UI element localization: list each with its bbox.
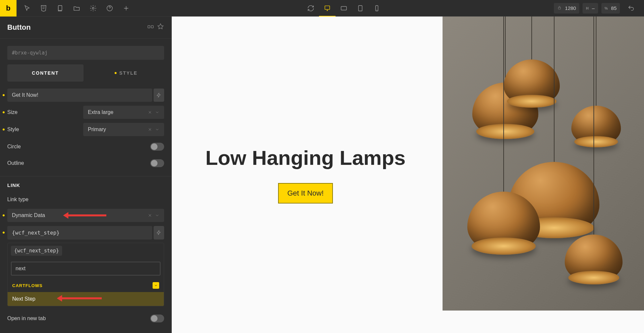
annotation-arrow xyxy=(65,214,106,216)
tablet-landscape-icon[interactable] xyxy=(336,0,352,17)
undo-icon[interactable] xyxy=(623,0,639,17)
height-label: H xyxy=(586,6,589,10)
chevron-down-icon xyxy=(155,213,160,218)
settings-icon[interactable] xyxy=(85,0,101,17)
css-icon[interactable] xyxy=(36,0,52,17)
tab-content[interactable]: CONTENT xyxy=(7,64,84,82)
svg-rect-3 xyxy=(325,6,330,9)
zoom-label: % xyxy=(605,6,608,10)
outline-label: Outline xyxy=(7,160,24,166)
dropdown-item-next-step[interactable]: Next Step xyxy=(8,292,164,306)
dynamic-data-dropdown: {wcf_next_step} CARTFLOWS Next Step xyxy=(7,243,164,306)
svg-rect-8 xyxy=(148,25,150,28)
top-toolbar: b 1280 H – % 85 xyxy=(0,0,644,17)
mobile-device-icon[interactable] xyxy=(369,0,385,17)
open-new-tab-toggle[interactable] xyxy=(150,314,164,322)
canvas-button[interactable]: Get It Now! xyxy=(278,183,333,204)
dropdown-search-input[interactable] xyxy=(11,262,161,276)
svg-rect-9 xyxy=(151,25,153,28)
annotation-arrow xyxy=(59,297,102,299)
dynamic-data-icon[interactable] xyxy=(154,89,164,102)
style-select[interactable]: Primary xyxy=(83,123,164,136)
svg-rect-4 xyxy=(341,6,347,10)
clear-icon xyxy=(148,127,152,132)
pin-icon[interactable] xyxy=(157,23,164,32)
width-field[interactable]: 1280 xyxy=(554,3,579,14)
height-field[interactable]: H – xyxy=(583,3,598,14)
pages-icon[interactable] xyxy=(52,0,68,17)
folder-icon[interactable] xyxy=(69,0,85,17)
outline-toggle[interactable] xyxy=(150,159,164,167)
width-value: 1280 xyxy=(565,5,576,11)
lamp-image xyxy=(443,17,644,311)
circle-label: Circle xyxy=(7,144,21,150)
chevron-down-icon xyxy=(153,282,159,289)
open-new-tab-label: Open in new tab xyxy=(7,315,46,321)
desktop-device-icon[interactable] xyxy=(319,0,336,17)
dynamic-tag[interactable]: {wcf_next_step} xyxy=(11,246,62,256)
element-sidebar: Button #brxe-qywlaj CONTENT STYLE xyxy=(0,17,172,333)
chevron-down-icon xyxy=(155,110,160,115)
circle-toggle[interactable] xyxy=(150,143,164,151)
svg-rect-0 xyxy=(58,5,62,10)
canvas[interactable]: Low Hanging Lamps Get It Now! xyxy=(172,17,644,333)
clear-icon xyxy=(148,213,152,218)
clear-icon xyxy=(148,110,152,115)
button-text-input[interactable] xyxy=(7,89,152,102)
tab-style[interactable]: STYLE xyxy=(88,64,164,82)
add-icon[interactable] xyxy=(118,0,134,17)
chevron-down-icon xyxy=(155,127,160,132)
pointer-icon[interactable] xyxy=(19,0,35,17)
zoom-field[interactable]: % 85 xyxy=(601,3,620,14)
svg-point-1 xyxy=(92,7,94,9)
lock-icon xyxy=(557,5,562,11)
canvas-heading[interactable]: Low Hanging Lamps xyxy=(205,146,406,169)
svg-rect-7 xyxy=(558,7,560,9)
dropdown-group-header[interactable]: CARTFLOWS xyxy=(8,279,164,292)
size-select[interactable]: Extra large xyxy=(83,106,164,119)
bricks-logo[interactable]: b xyxy=(0,0,17,17)
element-title: Button xyxy=(7,23,31,32)
dynamic-data-icon[interactable] xyxy=(154,226,164,240)
tablet-portrait-icon[interactable] xyxy=(352,0,369,17)
size-label: Size xyxy=(7,109,83,115)
refresh-icon[interactable] xyxy=(303,0,319,17)
help-icon[interactable] xyxy=(102,0,118,17)
height-value: – xyxy=(592,5,594,11)
link-section-title: LINK xyxy=(7,182,164,188)
svg-rect-5 xyxy=(359,5,362,11)
wrap-icon[interactable] xyxy=(147,23,154,32)
link-type-label: Link type xyxy=(7,197,164,203)
zoom-value: 85 xyxy=(611,5,617,11)
dynamic-link-input[interactable] xyxy=(7,226,152,240)
style-label: Style xyxy=(7,127,83,132)
css-selector[interactable]: #brxe-qywlaj xyxy=(7,46,164,60)
